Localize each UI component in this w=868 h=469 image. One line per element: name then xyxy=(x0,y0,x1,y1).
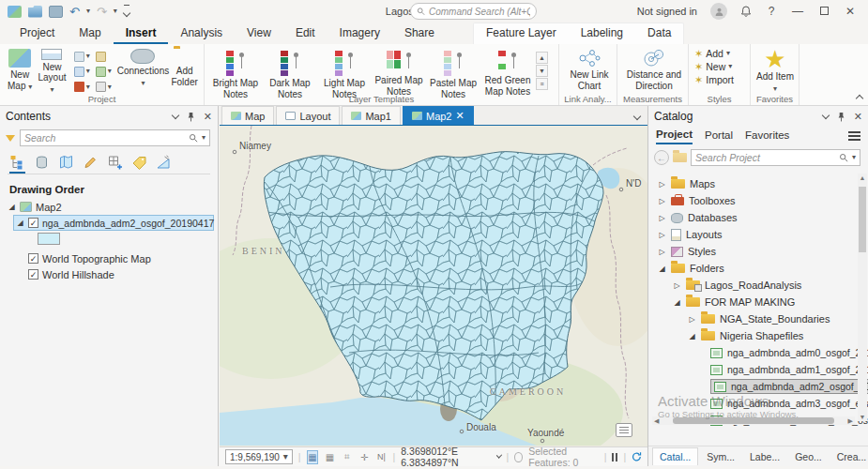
pin-icon[interactable] xyxy=(837,112,845,122)
crosshair-icon[interactable]: ✛ xyxy=(358,450,370,464)
expander-icon[interactable]: ◢ xyxy=(16,219,24,227)
python-window-button[interactable]: ▾ xyxy=(96,81,112,94)
restore-button[interactable] xyxy=(817,5,830,18)
map-canvas[interactable]: Niamey BENIN N'D CAMEROON Douala Yaoundé xyxy=(220,126,647,446)
import-map-button[interactable]: ▾ xyxy=(74,50,90,63)
catalog-search-box[interactable]: ▾ xyxy=(691,149,860,166)
contents-search-box[interactable]: ▾ xyxy=(20,129,210,146)
gallery-expand-icon[interactable]: ≡ xyxy=(536,78,548,90)
catalog-item-for-map-making[interactable]: ◢FOR MAP MAKING xyxy=(648,294,868,310)
panel-tab-labeling[interactable]: Labe... xyxy=(743,448,786,465)
contents-close-icon[interactable]: ✕ xyxy=(204,111,212,123)
layer-tree-admin2-layer[interactable]: ◢ ✓ nga_admbnda_adm2_osgof_20190417 xyxy=(13,215,214,231)
catalog-tab-favorites[interactable]: Favorites xyxy=(745,129,789,144)
tab-map[interactable]: Map xyxy=(67,23,113,44)
layer-visibility-checkbox[interactable]: ✓ xyxy=(28,269,38,280)
filter-icon[interactable] xyxy=(6,135,15,142)
catalog-close-icon[interactable]: ✕ xyxy=(854,111,862,123)
undo-button[interactable]: ↶ xyxy=(69,6,80,18)
catalog-item-nga-state-boundaries[interactable]: ▷NGA_State_Boundaries xyxy=(648,310,868,327)
connections-button[interactable]: Connections▾ xyxy=(117,47,170,94)
catalog-item-adm3-shapefile[interactable]: nga_admbnda_adm3_osgof_eha_20190 xyxy=(648,395,868,412)
command-search-input[interactable] xyxy=(429,7,530,17)
close-button[interactable]: ✕ xyxy=(844,5,857,18)
layer-visibility-checkbox[interactable]: ✓ xyxy=(28,218,38,228)
coords-dropdown-icon[interactable] xyxy=(495,452,501,458)
grid-icon[interactable]: ▦ xyxy=(324,450,335,464)
command-search[interactable] xyxy=(410,3,537,20)
light-map-notes-button[interactable]: Light Map Notes xyxy=(317,47,372,94)
scroll-down-icon[interactable]: ▼ xyxy=(858,414,867,420)
pin-icon[interactable] xyxy=(187,112,195,122)
search-dropdown-icon[interactable]: ▾ xyxy=(852,154,856,161)
expander-icon[interactable]: ◢ xyxy=(658,265,666,273)
tab-project[interactable]: Project xyxy=(8,23,67,44)
expander-icon[interactable]: ▷ xyxy=(658,214,666,222)
styles-add-button[interactable]: ✶Add ▾ xyxy=(693,47,746,60)
tab-view[interactable]: View xyxy=(235,23,283,44)
tab-map1[interactable]: Map1 xyxy=(342,106,401,125)
tab-labeling[interactable]: Labeling xyxy=(569,23,635,44)
panel-tab-geoprocessing[interactable]: Geo... xyxy=(788,448,829,465)
expander-icon[interactable]: ▷ xyxy=(658,180,666,189)
tab-map[interactable]: Map xyxy=(221,106,274,125)
selected-features-count[interactable]: Selected Features: 0 xyxy=(528,446,599,468)
add-item-small-button[interactable]: ▾ xyxy=(96,65,112,78)
catalog-item-databases[interactable]: ▷Databases xyxy=(648,209,868,226)
scroll-left-icon[interactable]: ◀ xyxy=(652,417,661,425)
user-avatar[interactable] xyxy=(710,3,727,20)
tab-map2[interactable]: Map2✕ xyxy=(403,106,474,125)
new-notebook-button[interactable]: ▾ xyxy=(74,65,90,78)
gallery-down-icon[interactable]: ▼ xyxy=(536,65,548,77)
catalog-tab-portal[interactable]: Portal xyxy=(705,129,733,144)
catalog-vertical-scrollbar[interactable]: ▲ ▼ xyxy=(858,174,867,421)
expander-icon[interactable]: ◢ xyxy=(688,332,696,340)
minimize-button[interactable]: — xyxy=(791,5,804,18)
collapse-ribbon-icon[interactable] xyxy=(857,92,862,103)
tab-list-icon[interactable] xyxy=(634,110,647,125)
toolbox-button[interactable]: ▾ xyxy=(74,81,90,94)
layer-tree-map2[interactable]: ◢ Map2 xyxy=(0,199,218,215)
layer-symbol-swatch[interactable] xyxy=(38,233,60,245)
signin-status[interactable]: Not signed in xyxy=(637,6,697,17)
catalog-horizontal-scrollbar[interactable]: ◀ ▶ xyxy=(652,416,855,425)
tab-feature-layer[interactable]: Feature Layer xyxy=(474,23,569,44)
paired-map-notes-button[interactable]: Paired Map Notes xyxy=(372,47,426,94)
panel-tab-create[interactable]: Crea... xyxy=(830,448,868,465)
layer-visibility-checkbox[interactable]: ✓ xyxy=(28,253,38,264)
coordinates-readout[interactable]: 8.3698012°E 6.3834897°N xyxy=(401,446,491,468)
new-layout-button[interactable]: New Layout ▾ xyxy=(36,47,68,94)
help-icon[interactable]: ? xyxy=(765,5,778,18)
catalog-item-layouts[interactable]: ▷Layouts xyxy=(648,226,868,243)
catalog-menu-icon[interactable] xyxy=(822,111,830,118)
expander-icon[interactable]: ◢ xyxy=(673,298,681,307)
expander-icon[interactable]: ▷ xyxy=(658,231,666,239)
catalog-item-adm0-shapefile[interactable]: nga_admbnda_adm0_osgof_20190417 xyxy=(648,344,868,361)
catalog-item-styles[interactable]: ▷Styles xyxy=(648,243,868,260)
expander-icon[interactable]: ▷ xyxy=(673,281,681,290)
expander-icon[interactable]: ▷ xyxy=(658,197,666,205)
panel-tab-catalog[interactable]: Catal... xyxy=(652,447,698,465)
graticule-icon[interactable]: ⌗ xyxy=(342,450,353,464)
list-by-data-source-icon[interactable] xyxy=(34,155,50,174)
distance-direction-button[interactable]: Distance and Direction xyxy=(621,47,687,91)
catalog-item-lagos-roadanalysis[interactable]: ▷Lagos_RoadAnalysis xyxy=(648,277,868,294)
contents-search-input[interactable] xyxy=(24,132,185,144)
refresh-icon[interactable] xyxy=(632,450,642,463)
close-tab-icon[interactable]: ✕ xyxy=(456,110,464,122)
expander-icon[interactable]: ▷ xyxy=(658,248,666,256)
tab-edit[interactable]: Edit xyxy=(283,23,327,44)
save-project-icon[interactable] xyxy=(49,6,63,18)
customize-quick-access-icon[interactable] xyxy=(124,5,129,18)
tab-layout[interactable]: Layout xyxy=(276,106,340,125)
catalog-item-folders[interactable]: ◢Folders xyxy=(648,260,868,277)
hamburger-menu-icon[interactable] xyxy=(848,135,860,137)
catalog-item-nigeria-shapefiles[interactable]: ◢Nigeria Shapefiles xyxy=(648,327,868,344)
tab-insert[interactable]: Insert xyxy=(114,23,169,44)
list-by-selection-icon[interactable] xyxy=(58,155,74,174)
open-map-icon[interactable] xyxy=(8,6,22,18)
selection-grid-icon[interactable]: ▦ xyxy=(307,450,319,464)
new-map-button[interactable]: New Map ▾ xyxy=(4,47,36,94)
panel-tab-symbology[interactable]: Sym... xyxy=(700,448,741,465)
pause-drawing-icon[interactable] xyxy=(612,453,617,461)
